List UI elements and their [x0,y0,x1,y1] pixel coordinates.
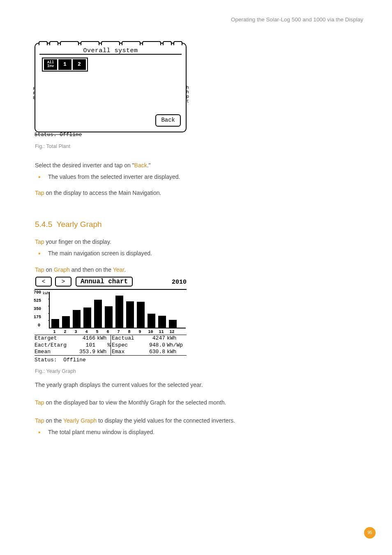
chart-bar[interactable] [148,314,155,328]
inverter-selector-row: All Inv 1 2 [42,58,88,72]
link-tap-5: Tap [35,417,44,424]
link-back: Back [134,162,147,169]
fig2-caption: Fig.: Yearly Graph [35,368,363,375]
link-tap-1: Tap [35,190,44,196]
figure-annual-chart: < > Annual chart 2010 700 525 350 175 0 … [35,277,187,364]
chart-status: Status: Offline [35,356,187,364]
device-title-underline [39,54,182,55]
chart-title: Annual chart [76,277,133,287]
device-status-clipped: Status. Offline [35,131,363,139]
bullet-main-nav: The main navigation screen is displayed. [46,249,363,258]
chart-bar[interactable] [169,320,177,328]
bullet-values-displayed: The values from the selected inverter ar… [46,173,363,182]
para-tap-yearly-graph: Tap on the Yearly Graph to display the y… [35,416,363,426]
para-yearly-desc: The yearly graph displays the current va… [35,381,363,390]
link-yearly-graph: Yearly Graph [63,417,97,424]
page-number-badge: 95 [364,527,376,539]
section-heading: 5.4.5 Yearly Graph [35,218,363,230]
chart-bar[interactable] [83,308,91,328]
link-tap-4: Tap [35,399,44,406]
chart-year: 2010 [172,278,187,287]
chart-bar[interactable] [73,310,81,328]
inverter-tab-1[interactable]: 1 [58,59,71,70]
bullet-total-plant: The total plant menu window is displayed… [46,428,363,437]
chart-plot-area[interactable]: 700 525 350 175 0 kWh 123456789101112 [35,290,187,335]
link-year: Year [113,266,125,273]
page-header: Operating the Solar-Log 500 and 1000 via… [35,16,363,24]
figure-total-plant: Overall system All Inv 1 2 FFE hhpt Back [35,43,187,132]
chart-prev-button[interactable]: < [35,277,52,287]
chart-next-button[interactable]: > [55,277,71,287]
chart-bar[interactable] [105,306,113,328]
para-tap-bar: Tap on the displayed bar to view the Mon… [35,398,363,407]
chart-bar[interactable] [158,316,166,328]
chart-bar[interactable] [51,319,59,328]
chart-plot [49,292,186,328]
para-tap-main-nav: Tap on the display to access the Main Na… [35,189,363,198]
chart-bar[interactable] [126,301,134,328]
para-tap-graph-year: Tap on Graph and then on the Year. [35,266,363,275]
chart-bar[interactable] [115,296,123,328]
chart-bar[interactable] [94,300,102,328]
back-button[interactable]: Back [155,114,181,127]
chart-data-rows: Etarget 4166 kWh Eactual 4247 kWh Eact/E… [35,335,187,356]
inverter-tab-2[interactable]: 2 [73,59,86,70]
inverter-tab-all[interactable]: All Inv [44,59,57,70]
para-tap-finger: Tap your finger on the display. [35,238,363,247]
chart-bar[interactable] [137,302,145,328]
link-tap-3: Tap [35,266,44,273]
chart-y-unit: kWh [43,291,49,297]
link-tap-2: Tap [35,238,44,245]
left-ticks: FFE [33,87,36,100]
chart-x-axis: 123456789101112 [51,329,186,335]
right-ticks: hhpt [186,86,189,104]
link-graph: Graph [54,266,70,273]
fig1-caption: Fig.: Total Plant [35,143,363,150]
para-select-inverter: Select the desired inverter and tap on "… [35,161,363,170]
device-tabs-row [39,41,182,45]
chart-bar[interactable] [62,316,70,328]
